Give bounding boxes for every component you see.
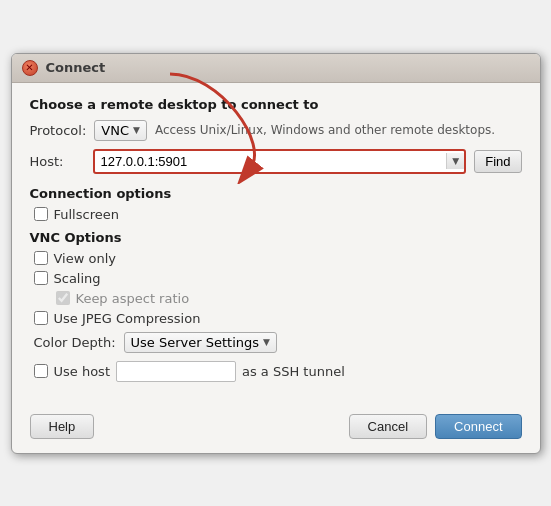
view-only-label: View only xyxy=(54,251,116,266)
ssh-label2: as a SSH tunnel xyxy=(242,364,345,379)
keep-aspect-checkbox[interactable] xyxy=(56,291,70,305)
protocol-description: Access Unix/Linux, Windows and other rem… xyxy=(155,123,495,137)
keep-aspect-row: Keep aspect ratio xyxy=(30,291,522,306)
host-dropdown-button[interactable]: ▼ xyxy=(446,153,464,169)
vnc-options-header: VNC Options xyxy=(30,230,522,245)
protocol-dropdown-arrow: ▼ xyxy=(133,125,140,135)
ssh-checkbox[interactable] xyxy=(34,364,48,378)
footer: Help Cancel Connect xyxy=(12,406,540,453)
host-input-wrap: ▼ xyxy=(93,149,467,174)
choose-label: Choose a remote desktop to connect to xyxy=(30,97,522,112)
color-depth-select[interactable]: Use Server Settings ▼ xyxy=(124,332,277,353)
keep-aspect-label: Keep aspect ratio xyxy=(76,291,190,306)
connect-dialog: ✕ Connect Choose a remote desktop to con… xyxy=(11,53,541,454)
connection-options-header: Connection options xyxy=(30,186,522,201)
protocol-row: Protocol: VNC ▼ Access Unix/Linux, Windo… xyxy=(30,120,522,141)
jpeg-row: Use JPEG Compression xyxy=(30,311,522,326)
connect-button[interactable]: Connect xyxy=(435,414,521,439)
window-title: Connect xyxy=(46,60,106,75)
dialog-content: Choose a remote desktop to connect to Pr… xyxy=(12,83,540,406)
host-row: Host: ▼ Find xyxy=(30,149,522,174)
titlebar: ✕ Connect xyxy=(12,54,540,83)
fullscreen-row: Fullscreen xyxy=(30,207,522,222)
color-depth-label: Color Depth: xyxy=(34,335,116,350)
view-only-row: View only xyxy=(30,251,522,266)
view-only-checkbox[interactable] xyxy=(34,251,48,265)
scaling-row: Scaling xyxy=(30,271,522,286)
color-depth-row: Color Depth: Use Server Settings ▼ xyxy=(30,332,522,353)
jpeg-checkbox[interactable] xyxy=(34,311,48,325)
ssh-host-input[interactable] xyxy=(116,361,236,382)
cancel-button[interactable]: Cancel xyxy=(349,414,427,439)
host-input[interactable] xyxy=(95,151,447,172)
help-button[interactable]: Help xyxy=(30,414,95,439)
fullscreen-checkbox[interactable] xyxy=(34,207,48,221)
host-row-wrapper: Host: ▼ Find xyxy=(30,149,522,174)
find-button[interactable]: Find xyxy=(474,150,521,173)
protocol-label: Protocol: xyxy=(30,123,87,138)
color-depth-value: Use Server Settings xyxy=(131,335,260,350)
color-depth-arrow: ▼ xyxy=(263,337,270,347)
scaling-checkbox[interactable] xyxy=(34,271,48,285)
footer-right: Cancel Connect xyxy=(349,414,522,439)
host-label: Host: xyxy=(30,154,85,169)
protocol-value: VNC xyxy=(101,123,129,138)
ssh-row: Use host as a SSH tunnel xyxy=(30,361,522,382)
protocol-select[interactable]: VNC ▼ xyxy=(94,120,147,141)
close-button[interactable]: ✕ xyxy=(22,60,38,76)
ssh-label1: Use host xyxy=(54,364,110,379)
jpeg-label: Use JPEG Compression xyxy=(54,311,201,326)
fullscreen-label: Fullscreen xyxy=(54,207,119,222)
scaling-label: Scaling xyxy=(54,271,101,286)
